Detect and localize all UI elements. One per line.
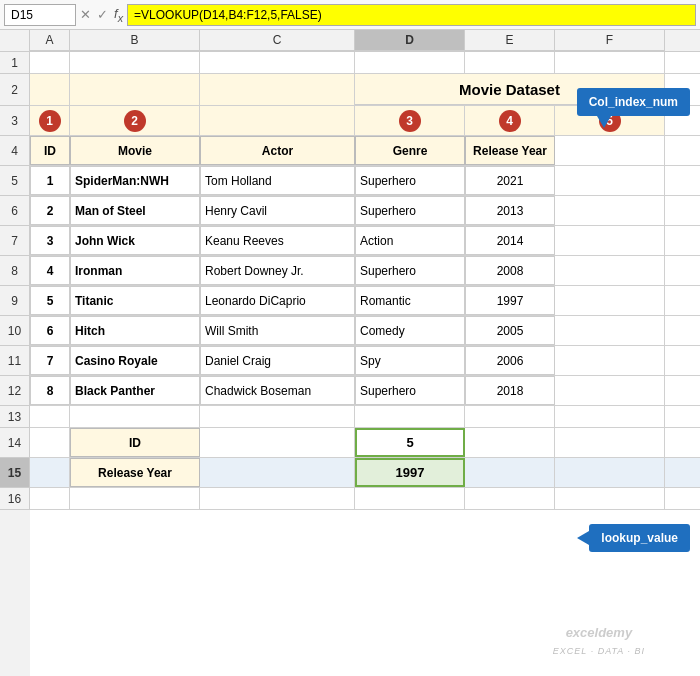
cell-f16[interactable] [555, 488, 665, 510]
row-header-4[interactable]: 4 [0, 136, 30, 166]
cell-e14[interactable] [465, 428, 555, 457]
cell-actor-5[interactable]: Leonardo DiCaprio [200, 286, 355, 315]
cell-movie-7[interactable]: Casino Royale [70, 346, 200, 375]
col-header-e[interactable]: E [465, 30, 555, 51]
row-header-3[interactable]: 3 [0, 106, 30, 136]
cell-id-1[interactable]: 1 [30, 166, 70, 195]
cell-f7[interactable] [555, 226, 665, 255]
cell-c15[interactable] [200, 458, 355, 487]
col-header-b[interactable]: B [70, 30, 200, 51]
cell-e15[interactable] [465, 458, 555, 487]
cell-f11[interactable] [555, 346, 665, 375]
cell-f14[interactable] [555, 428, 665, 457]
row-header-9[interactable]: 9 [0, 286, 30, 316]
cell-id-5[interactable]: 5 [30, 286, 70, 315]
confirm-icon[interactable]: ✓ [97, 7, 108, 22]
cell-genre-3[interactable]: Action [355, 226, 465, 255]
cell-d13[interactable] [355, 406, 465, 428]
cell-e13[interactable] [465, 406, 555, 428]
cell-movie-6[interactable]: Hitch [70, 316, 200, 345]
formula-input[interactable]: =VLOOKUP(D14,B4:F12,5,FALSE) [127, 4, 696, 26]
row-header-7[interactable]: 7 [0, 226, 30, 256]
col-header-d[interactable]: D [355, 30, 465, 51]
cancel-icon[interactable]: ✕ [80, 7, 91, 22]
row-header-13[interactable]: 13 [0, 406, 30, 428]
cell-b2[interactable] [70, 74, 200, 105]
row-header-10[interactable]: 10 [0, 316, 30, 346]
col-header-f[interactable]: F [555, 30, 665, 51]
cell-lookup-result[interactable]: 1997 [355, 458, 465, 487]
col-header-c[interactable]: C [200, 30, 355, 51]
cell-genre-1[interactable]: Superhero [355, 166, 465, 195]
cell-genre-2[interactable]: Superhero [355, 196, 465, 225]
row-header-6[interactable]: 6 [0, 196, 30, 226]
cell-movie-3[interactable]: John Wick [70, 226, 200, 255]
cell-a16[interactable] [30, 488, 70, 510]
cell-movie-1[interactable]: SpiderMan:NWH [70, 166, 200, 195]
cell-f13[interactable] [555, 406, 665, 428]
cell-id-3[interactable]: 3 [30, 226, 70, 255]
cell-id-7[interactable]: 7 [30, 346, 70, 375]
row-header-2[interactable]: 2 [0, 74, 30, 106]
col-header-a[interactable]: A [30, 30, 70, 51]
cell-f12[interactable] [555, 376, 665, 405]
cell-f4[interactable] [555, 136, 665, 165]
cell-year-3[interactable]: 2014 [465, 226, 555, 255]
cell-b13[interactable] [70, 406, 200, 428]
cell-a1[interactable] [30, 52, 70, 74]
cell-genre-7[interactable]: Spy [355, 346, 465, 375]
row-header-8[interactable]: 8 [0, 256, 30, 286]
cell-genre-8[interactable]: Superhero [355, 376, 465, 405]
row-header-11[interactable]: 11 [0, 346, 30, 376]
cell-a13[interactable] [30, 406, 70, 428]
cell-e16[interactable] [465, 488, 555, 510]
cell-year-8[interactable]: 2018 [465, 376, 555, 405]
cell-f15[interactable] [555, 458, 665, 487]
row-header-16[interactable]: 16 [0, 488, 30, 510]
cell-c16[interactable] [200, 488, 355, 510]
cell-actor-4[interactable]: Robert Downey Jr. [200, 256, 355, 285]
cell-actor-2[interactable]: Henry Cavil [200, 196, 355, 225]
cell-a14[interactable] [30, 428, 70, 457]
row-header-1[interactable]: 1 [0, 52, 30, 74]
cell-actor-3[interactable]: Keanu Reeves [200, 226, 355, 255]
cell-a15[interactable] [30, 458, 70, 487]
cell-actor-1[interactable]: Tom Holland [200, 166, 355, 195]
cell-year-7[interactable]: 2006 [465, 346, 555, 375]
cell-f1[interactable] [555, 52, 665, 74]
cell-movie-4[interactable]: Ironman [70, 256, 200, 285]
cell-e1[interactable] [465, 52, 555, 74]
cell-c14[interactable] [200, 428, 355, 457]
cell-id-2[interactable]: 2 [30, 196, 70, 225]
cell-year-1[interactable]: 2021 [465, 166, 555, 195]
cell-b1[interactable] [70, 52, 200, 74]
cell-c1[interactable] [200, 52, 355, 74]
function-icon[interactable]: fx [114, 6, 123, 24]
cell-movie-8[interactable]: Black Panther [70, 376, 200, 405]
cell-id-8[interactable]: 8 [30, 376, 70, 405]
cell-id-4[interactable]: 4 [30, 256, 70, 285]
cell-f8[interactable] [555, 256, 665, 285]
cell-movie-5[interactable]: Titanic [70, 286, 200, 315]
cell-d16[interactable] [355, 488, 465, 510]
cell-genre-4[interactable]: Superhero [355, 256, 465, 285]
cell-actor-6[interactable]: Will Smith [200, 316, 355, 345]
cell-lookup-value[interactable]: 5 [355, 428, 465, 457]
cell-genre-6[interactable]: Comedy [355, 316, 465, 345]
cell-year-2[interactable]: 2013 [465, 196, 555, 225]
cell-c2[interactable] [200, 74, 355, 105]
row-header-15[interactable]: 15 [0, 458, 30, 488]
cell-b16[interactable] [70, 488, 200, 510]
cell-actor-7[interactable]: Daniel Craig [200, 346, 355, 375]
cell-movie-2[interactable]: Man of Steel [70, 196, 200, 225]
cell-f10[interactable] [555, 316, 665, 345]
cell-year-6[interactable]: 2005 [465, 316, 555, 345]
cell-reference-box[interactable]: D15 [4, 4, 76, 26]
cell-genre-5[interactable]: Romantic [355, 286, 465, 315]
row-header-12[interactable]: 12 [0, 376, 30, 406]
cell-d1[interactable] [355, 52, 465, 74]
cell-f9[interactable] [555, 286, 665, 315]
row-header-5[interactable]: 5 [0, 166, 30, 196]
cell-f5[interactable] [555, 166, 665, 195]
cell-id-6[interactable]: 6 [30, 316, 70, 345]
